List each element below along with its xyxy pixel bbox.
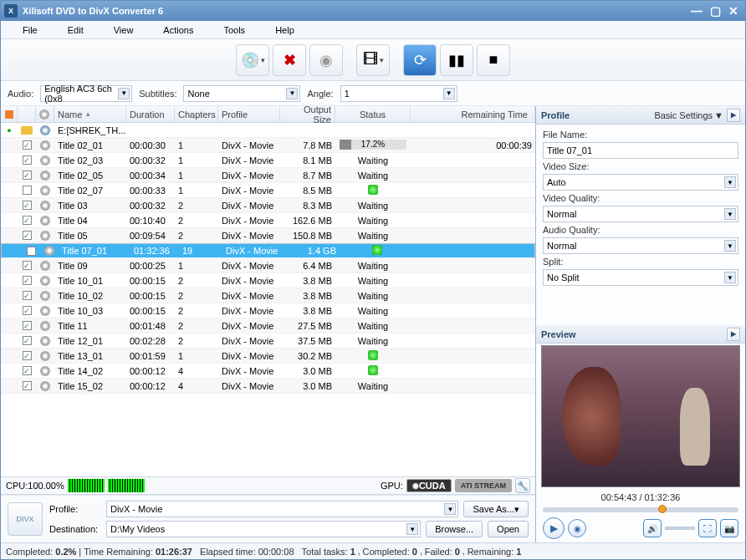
menu-help[interactable]: Help	[260, 23, 309, 37]
dropdown-arrow-icon[interactable]: ▼	[406, 523, 418, 535]
folder-icon	[21, 126, 33, 135]
settings-mode-dropdown[interactable]: Basic Settings ▼	[654, 110, 723, 120]
dropdown-arrow-icon[interactable]: ▼	[724, 240, 736, 252]
row-checkbox[interactable]: ✓	[23, 381, 32, 390]
disc-row[interactable]: ●E:[SHREK_TH...	[1, 123, 535, 138]
preview-toggle-button[interactable]: ▶	[727, 328, 740, 341]
table-row[interactable]: ✓Title 02_0500:00:341DivX - Movie8.7 MBW…	[1, 168, 535, 183]
clip-button[interactable]: 🎞	[356, 44, 390, 76]
angle-select[interactable]: 1▼	[340, 85, 457, 102]
col-name[interactable]: Name▲	[54, 106, 126, 122]
row-checkbox[interactable]: ✓	[23, 140, 32, 150]
row-checkbox[interactable]: ✓	[23, 231, 32, 240]
col-profile[interactable]: Profile	[218, 106, 280, 122]
row-checkbox[interactable]: ✓	[23, 321, 32, 330]
pause-button[interactable]: ▮▮	[440, 44, 473, 76]
dropdown-arrow-icon[interactable]: ▼	[724, 208, 736, 220]
col-duration[interactable]: Duration	[126, 106, 175, 122]
preview-seek-slider[interactable]	[543, 507, 738, 512]
table-row[interactable]: ✓Title 0300:00:322DivX - Movie8.3 MBWait…	[1, 198, 535, 213]
table-row[interactable]: ✓Title 10_0300:00:152DivX - Movie3.8 MBW…	[1, 303, 535, 318]
menu-tools[interactable]: Tools	[208, 23, 260, 37]
col-expand[interactable]	[1, 106, 18, 122]
row-checkbox[interactable]: ✓	[23, 171, 32, 180]
convert-button[interactable]: ⟳	[403, 44, 437, 76]
row-checkbox[interactable]: ✓	[23, 216, 32, 225]
audioquality-select[interactable]: Normal▼	[543, 237, 738, 254]
table-row[interactable]: ✓Title 0400:10:402DivX - Movie162.6 MBWa…	[1, 213, 535, 228]
row-checkbox[interactable]: ✓	[23, 351, 32, 360]
delete-button[interactable]: ✖	[273, 44, 306, 76]
col-status[interactable]: Status	[335, 106, 411, 122]
panel-toggle-button[interactable]: ▶	[727, 109, 740, 122]
col-output-size[interactable]: Output Size	[280, 106, 335, 122]
audio-select[interactable]: English AC3 6ch (0x8▼	[40, 85, 132, 102]
col-check[interactable]	[18, 106, 36, 122]
dropdown-arrow-icon[interactable]: ▼	[443, 88, 455, 99]
stop-preview-button[interactable]: ◉	[568, 519, 586, 537]
browse-button[interactable]: Browse...	[426, 521, 483, 537]
add-disc-button[interactable]: 💿	[236, 44, 269, 76]
row-checkbox[interactable]: ✓	[23, 366, 32, 375]
videoquality-select[interactable]: Normal▼	[543, 206, 738, 222]
save-as-button[interactable]: Save As... ▾	[463, 501, 529, 517]
preview-video[interactable]	[541, 345, 740, 487]
bottom-panel: DIVX Profile: DivX - Movie▼ Save As... ▾…	[1, 495, 535, 542]
col-remaining[interactable]: Remaining Time	[411, 106, 535, 122]
minimize-button[interactable]: —	[688, 4, 705, 18]
table-row[interactable]: Title 02_0700:00:331DivX - Movie8.5 MB	[1, 183, 535, 198]
table-row[interactable]: ✓Title 10_0100:00:152DivX - Movie3.8 MBW…	[1, 273, 535, 288]
snapshot-button[interactable]: 📷	[720, 519, 738, 537]
col-chapters[interactable]: Chapters	[175, 106, 218, 122]
row-checkbox[interactable]	[23, 186, 32, 195]
table-row[interactable]: ✓Title 0900:00:251DivX - Movie6.4 MBWait…	[1, 258, 535, 273]
table-row[interactable]: ✓Title 12_0100:02:282DivX - Movie37.5 MB…	[1, 333, 535, 349]
dropdown-arrow-icon[interactable]: ▼	[118, 88, 130, 99]
table-row[interactable]: ✓Title 15_0200:00:124DivX - Movie3.0 MBW…	[1, 379, 535, 394]
row-checkbox[interactable]: ✓	[23, 276, 32, 285]
cpu-label: CPU:100.00%	[6, 481, 64, 491]
row-checkbox[interactable]: ✓	[23, 261, 32, 270]
menu-view[interactable]: View	[99, 23, 149, 37]
dropdown-arrow-icon[interactable]: ▼	[286, 88, 298, 99]
row-checkbox[interactable]: ✓	[23, 336, 32, 345]
dropdown-arrow-icon[interactable]: ▼	[724, 176, 736, 188]
table-row[interactable]: ✓Title 13_0100:01:591DivX - Movie30.2 MB	[1, 349, 535, 364]
table-row[interactable]: ✓Title 14_0200:00:124DivX - Movie3.0 MB	[1, 364, 535, 379]
videosize-select[interactable]: Auto▼	[543, 174, 738, 191]
mute-button[interactable]: 🔊	[643, 519, 662, 537]
seek-knob[interactable]	[658, 505, 667, 513]
menu-edit[interactable]: Edit	[53, 23, 99, 37]
row-checkbox[interactable]: ✓	[23, 155, 32, 165]
open-button[interactable]: Open	[488, 521, 529, 537]
menu-file[interactable]: File	[8, 23, 53, 37]
info-button[interactable]: ◉	[309, 44, 343, 76]
destination-select[interactable]: D:\My Videos▼	[106, 521, 421, 537]
fullscreen-button[interactable]: ⛶	[698, 519, 717, 537]
row-checkbox[interactable]: ✓	[23, 201, 32, 210]
row-checkbox[interactable]: ✓	[23, 291, 32, 300]
table-row[interactable]: ✓Title 1100:01:482DivX - Movie27.5 MBWai…	[1, 318, 535, 333]
menu-actions[interactable]: Actions	[148, 23, 208, 37]
dropdown-arrow-icon[interactable]: ▼	[724, 272, 736, 283]
split-select[interactable]: No Split▼	[543, 269, 738, 286]
volume-slider[interactable]	[665, 527, 695, 530]
play-button[interactable]: ▶	[543, 517, 565, 539]
close-button[interactable]: ✕	[725, 4, 742, 18]
col-icon[interactable]	[36, 106, 54, 122]
filename-input[interactable]	[543, 142, 738, 159]
settings-button[interactable]: 🔧	[515, 478, 530, 493]
profile-select[interactable]: DivX - Movie▼	[106, 501, 458, 517]
table-row[interactable]: Title 07_0101:32:3619DivX - Movie1.4 GB	[1, 243, 535, 258]
table-row[interactable]: ✓Title 0500:09:542DivX - Movie150.8 MBWa…	[1, 228, 535, 243]
row-checkbox[interactable]	[27, 247, 36, 256]
dropdown-arrow-icon[interactable]: ▼	[444, 503, 456, 515]
stop-button[interactable]: ■	[477, 44, 510, 76]
table-row[interactable]: ✓Title 02_0300:00:321DivX - Movie8.1 MBW…	[1, 153, 535, 168]
subtitles-select[interactable]: None▼	[183, 85, 300, 102]
row-checkbox[interactable]: ✓	[23, 306, 32, 315]
disc-icon	[40, 366, 50, 376]
maximize-button[interactable]: ▢	[707, 4, 723, 18]
table-row[interactable]: ✓Title 10_0200:00:152DivX - Movie3.8 MBW…	[1, 288, 535, 303]
table-row[interactable]: ✓Title 02_0100:00:301DivX - Movie7.8 MB1…	[1, 138, 535, 153]
